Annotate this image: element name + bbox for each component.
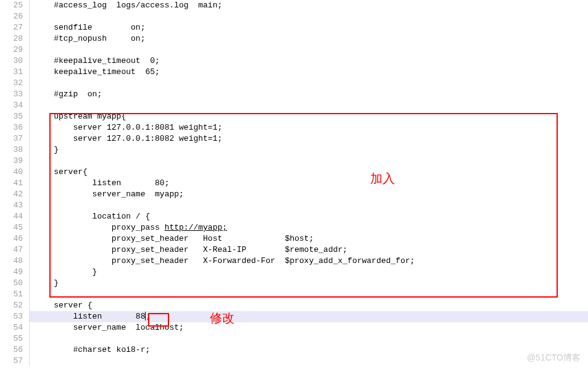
line-number: 55 (0, 333, 23, 344)
line-number: 56 (0, 344, 23, 356)
line-number: 32 (0, 78, 23, 89)
url-text: http://myapp; (165, 223, 227, 232)
code-line: #keepalive_timeout 0; (30, 56, 588, 67)
line-number: 26 (0, 11, 23, 22)
code-line: } (30, 278, 588, 289)
line-number: 35 (0, 111, 23, 122)
line-number: 38 (0, 144, 23, 156)
code-line (30, 356, 588, 367)
code-line (30, 100, 588, 111)
code-line: #access_log logs/access.log main; (30, 0, 588, 11)
line-number: 27 (0, 22, 23, 33)
code-line (30, 11, 588, 22)
code-line (30, 333, 588, 344)
line-number: 43 (0, 200, 23, 211)
line-number: 53 (0, 311, 23, 322)
line-number: 51 (0, 289, 23, 300)
line-number: 52 (0, 300, 23, 311)
line-number: 41 (0, 178, 23, 189)
code-line: sendfile on; (30, 22, 588, 33)
code-line: } (30, 267, 588, 278)
code-line: server 127.0.0.1:8082 weight=1; (30, 133, 588, 144)
line-number: 25 (0, 0, 23, 11)
code-line: proxy_set_header Host $host; (30, 233, 588, 244)
code-line: #gzip on; (30, 89, 588, 100)
line-number: 36 (0, 122, 23, 133)
code-line: keepalive_timeout 65; (30, 67, 588, 78)
line-number-gutter: 2526272829303132333435363738394041424344… (0, 0, 30, 367)
line-number: 31 (0, 67, 23, 78)
code-line (30, 200, 588, 211)
code-line (30, 78, 588, 89)
code-area: #access_log logs/access.log main; sendfi… (30, 0, 588, 367)
line-number: 47 (0, 244, 23, 256)
code-line: upstream myapp{ (30, 111, 588, 122)
line-number: 30 (0, 56, 23, 67)
code-line: server { (30, 300, 588, 311)
line-number: 57 (0, 356, 23, 367)
code-line: #charset koi8-r; (30, 344, 588, 356)
line-number: 54 (0, 322, 23, 333)
line-number: 37 (0, 133, 23, 144)
code-line: proxy_set_header X-Real-IP $remote_addr; (30, 244, 588, 256)
line-number: 44 (0, 211, 23, 222)
code-line: listen 88; (30, 311, 588, 322)
code-line: server_name myapp; (30, 189, 588, 200)
code-line (30, 44, 588, 56)
line-number: 49 (0, 267, 23, 278)
line-number: 33 (0, 89, 23, 100)
code-line: server 127.0.0.1:8081 weight=1; (30, 122, 588, 133)
code-line: listen 80; (30, 178, 588, 189)
line-number: 42 (0, 189, 23, 200)
line-number: 39 (0, 156, 23, 167)
line-number: 40 (0, 167, 23, 178)
line-number: 46 (0, 233, 23, 244)
line-number: 29 (0, 44, 23, 56)
text-cursor (145, 312, 146, 320)
code-line: location / { (30, 211, 588, 222)
line-number: 45 (0, 222, 23, 233)
code-line: proxy_set_header X-Forwarded-For $proxy_… (30, 256, 588, 267)
line-number: 50 (0, 278, 23, 289)
code-line: #tcp_nopush on; (30, 33, 588, 44)
line-number: 34 (0, 100, 23, 111)
code-line: server_name localhost; (30, 322, 588, 333)
code-line (30, 289, 588, 300)
line-number: 48 (0, 256, 23, 267)
code-line: proxy_pass http://myapp; (30, 222, 588, 233)
line-number: 28 (0, 33, 23, 44)
code-line (30, 156, 588, 167)
code-line: } (30, 144, 588, 156)
code-line: server{ (30, 167, 588, 178)
